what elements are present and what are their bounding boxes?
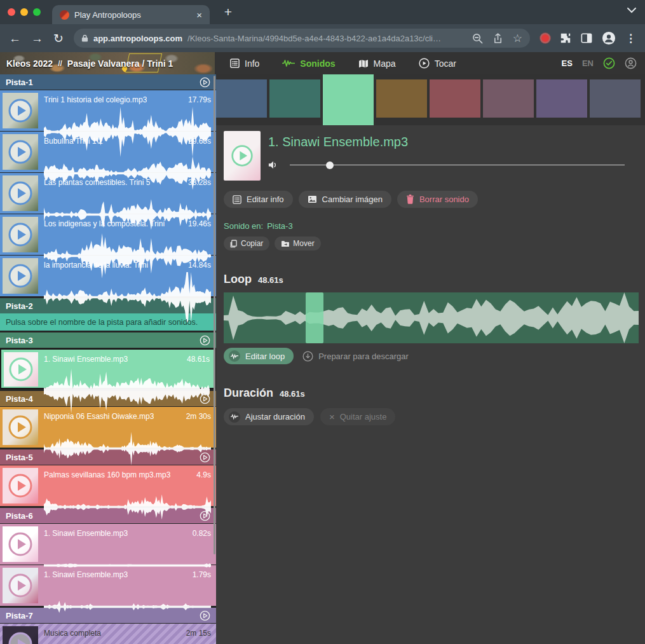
tab-close-icon[interactable]: × [196,10,202,20]
clip-thumbnail[interactable] [3,134,38,170]
track-color-swatch-4[interactable] [376,79,427,118]
clip-play-icon[interactable] [8,631,33,644]
loop-heading: Loop [224,273,252,286]
sidebar-scrollbar[interactable] [214,76,215,554]
delete-sound-button[interactable]: Borrar sonido [397,191,478,208]
clip-play-icon[interactable] [8,139,33,165]
track-header[interactable]: Pista-3 [0,332,216,348]
clip-thumbnail[interactable] [3,526,38,562]
bookmark-star-icon[interactable]: ☆ [513,32,522,45]
sound-clip[interactable]: Las plantas comestibles. Trini 533.28s [0,173,216,214]
track-play-icon[interactable] [200,77,210,88]
track-color-swatch-7[interactable] [536,79,587,118]
sound-clip[interactable]: Bubulina Trini 1\229.68s [0,132,216,172]
extensions-puzzle-icon[interactable] [560,32,571,44]
track-header[interactable]: Pista-1 [0,74,216,90]
track-play-icon[interactable] [200,394,210,404]
clip-play-icon[interactable] [8,531,33,557]
sound-play-icon[interactable] [229,143,255,168]
lang-en-button[interactable]: EN [582,58,594,68]
track-play-icon[interactable] [200,510,210,521]
tab-tocar[interactable]: Tocar [419,58,456,69]
track-color-swatch-6[interactable] [483,79,534,118]
breadcrumb-path[interactable]: Pasaje Valvanera / Trini 1 [67,58,173,69]
tab-mapa[interactable]: Mapa [358,58,396,69]
track-play-icon[interactable] [200,452,210,463]
kebab-menu-icon[interactable]: ⋮ [625,32,636,45]
clip-thumbnail[interactable] [3,258,38,294]
volume-slider-thumb[interactable] [326,161,334,169]
track-play-icon[interactable] [200,335,210,346]
loop-playhead[interactable] [306,292,323,343]
clip-thumbnail[interactable] [3,409,38,445]
track-color-swatch-8[interactable] [590,79,641,118]
volume-slider[interactable] [290,161,625,170]
sound-clip[interactable]: Trini 1 historia del colegio.mp317.79s [0,90,216,131]
side-panel-icon[interactable] [581,32,592,44]
sound-clip[interactable]: 1. Sinawi Ensemble.mp30.82s [0,524,216,565]
sound-location-link[interactable]: Pista-3 [267,221,292,231]
clip-duration: 19.46s [188,219,211,229]
sound-clip[interactable]: 1. Sinawi Ensemble.mp31.79s [0,565,216,606]
zoom-out-icon[interactable] [472,33,483,44]
clip-thumbnail[interactable] [3,175,38,211]
track-color-swatch-1[interactable] [216,79,267,118]
clip-play-icon[interactable] [8,473,33,498]
tab-info[interactable]: Info [230,58,259,69]
edit-info-button[interactable]: Editar info [224,191,293,208]
share-icon[interactable] [493,33,503,44]
sound-clip[interactable]: la importancia de la lluvia. Trini14.84s [0,256,216,296]
new-tab-button[interactable]: + [219,3,238,22]
breadcrumb-project[interactable]: Kleos 2022 [6,58,53,69]
move-button[interactable]: Mover [275,236,320,250]
prepare-download-button[interactable]: Preparar para descargar [302,351,409,362]
tab-sonidos[interactable]: Sonidos [282,58,335,69]
browser-tab[interactable]: Play Antropoloops × [52,5,210,24]
remove-adjust-button[interactable]: × Quitar ajuste [320,408,395,425]
address-bar[interactable]: app.antropoloops.com/Kleos-Santa-Marina/… [74,29,530,48]
clip-play-icon[interactable] [8,414,33,440]
sound-clip[interactable]: 1. Sinawi Ensemble.mp348.61s [0,348,216,389]
clip-play-icon[interactable] [8,357,34,382]
loop-waveform[interactable] [224,292,639,343]
change-image-button[interactable]: Cambiar imágen [299,191,391,208]
saved-check-icon[interactable] [603,57,615,69]
copy-button[interactable]: Copiar [224,236,269,250]
adjust-duration-button[interactable]: Ajustar duración [224,408,314,425]
tab-search-chevron-icon[interactable] [627,8,636,13]
track-name: Pista-2 [6,301,33,311]
sound-thumbnail[interactable] [224,131,261,181]
back-button[interactable]: ← [9,32,21,45]
account-icon[interactable] [625,57,637,69]
speaker-icon[interactable] [268,160,278,170]
recording-extension-icon[interactable] [540,33,550,43]
clip-thumbnail[interactable] [3,217,38,252]
clip-thumbnail[interactable] [3,93,38,128]
clip-thumbnail[interactable] [3,568,38,603]
clip-play-icon[interactable] [8,98,33,123]
sound-clip[interactable]: Palmas sevillanas 160 bpm mp3.mp34.9s [0,465,216,506]
sound-clip[interactable]: Musica completa2m 15s [0,624,216,644]
breadcrumb-separator: // [58,59,62,68]
maximize-window-button[interactable] [33,8,41,16]
close-window-button[interactable] [8,8,15,16]
forward-button[interactable]: → [31,32,43,45]
clip-thumbnail[interactable] [4,352,38,387]
track-color-swatch-2[interactable] [269,79,320,118]
clip-play-icon[interactable] [8,222,33,247]
sound-clip[interactable]: Nipponia 06 Esashi Oiwake.mp32m 30s [0,407,216,448]
clip-play-icon[interactable] [8,263,33,289]
reload-button[interactable]: ↻ [53,32,64,45]
clip-play-icon[interactable] [8,573,33,598]
minimize-window-button[interactable] [20,8,28,16]
clip-thumbnail[interactable] [3,468,38,504]
lang-es-button[interactable]: ES [562,58,573,68]
track-color-swatch-5[interactable] [430,79,480,118]
track-play-icon[interactable] [200,610,210,621]
sound-clip[interactable]: Los indigenas y la compostela. Trini19.4… [0,214,216,255]
edit-loop-button[interactable]: Editar loop [224,348,294,364]
profile-avatar-icon[interactable] [602,31,616,45]
clip-play-icon[interactable] [8,181,33,206]
track-color-swatch-3[interactable] [323,74,374,125]
clip-thumbnail[interactable] [3,626,38,644]
